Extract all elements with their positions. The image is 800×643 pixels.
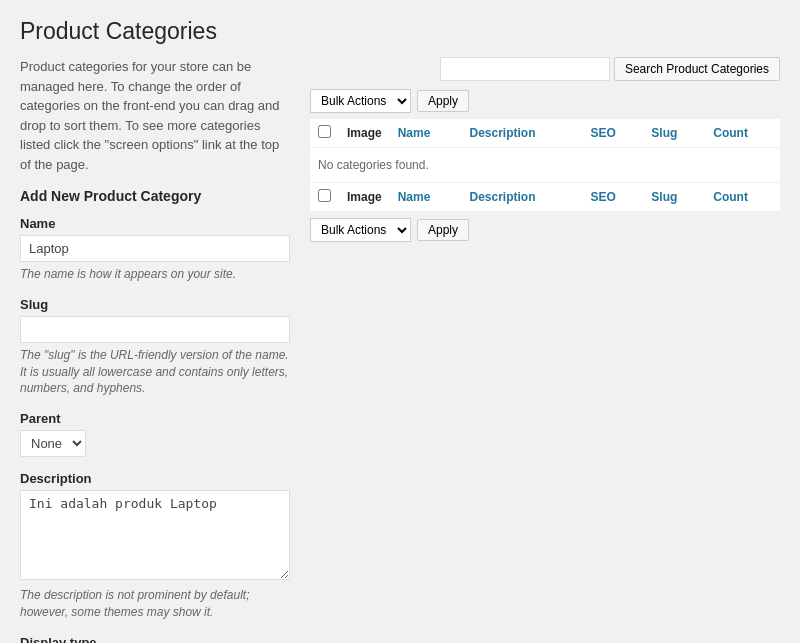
col-footer-count: Count [705, 183, 780, 212]
display-type-field-group: Display type Default Products Subcategor… [20, 635, 290, 643]
search-row: Search Product Categories [310, 57, 780, 81]
search-button[interactable]: Search Product Categories [614, 57, 780, 81]
name-label: Name [20, 216, 290, 231]
name-footer-sort-link[interactable]: Name [398, 190, 431, 204]
col-footer-image: Image [339, 183, 390, 212]
col-footer-description: Description [461, 183, 582, 212]
name-hint: The name is how it appears on your site. [20, 266, 290, 283]
col-footer-slug: Slug [643, 183, 705, 212]
search-input[interactable] [440, 57, 610, 81]
col-header-slug: Slug [643, 119, 705, 148]
add-category-panel: Product categories for your store can be… [20, 57, 290, 643]
slug-sort-link[interactable]: Slug [651, 126, 677, 140]
col-footer-check [310, 183, 339, 212]
top-bulk-actions-select[interactable]: Bulk Actions [310, 89, 411, 113]
parent-select[interactable]: None [20, 430, 86, 457]
col-header-check [310, 119, 339, 148]
add-category-heading: Add New Product Category [20, 188, 290, 204]
slug-footer-sort-link[interactable]: Slug [651, 190, 677, 204]
slug-hint: The "slug" is the URL-friendly version o… [20, 347, 290, 397]
categories-table: Image Name Description SEO Slug [310, 119, 780, 212]
no-results-row: No categories found. [310, 148, 780, 183]
name-sort-link[interactable]: Name [398, 126, 431, 140]
col-header-image: Image [339, 119, 390, 148]
intro-text: Product categories for your store can be… [20, 57, 290, 174]
top-bulk-bar: Bulk Actions Apply [310, 89, 780, 113]
col-footer-name: Name [390, 183, 462, 212]
bottom-bulk-bar: Bulk Actions Apply [310, 218, 780, 242]
col-header-count: Count [705, 119, 780, 148]
select-all-footer-checkbox[interactable] [318, 189, 331, 202]
count-footer-sort-link[interactable]: Count [713, 190, 748, 204]
no-results-text: No categories found. [310, 148, 780, 183]
select-all-checkbox[interactable] [318, 125, 331, 138]
bottom-apply-button[interactable]: Apply [417, 219, 469, 241]
parent-label: Parent [20, 411, 290, 426]
table-footer-row: Image Name Description SEO Slug [310, 183, 780, 212]
description-textarea[interactable]: <span class="red-underline">Ini adalah p… [20, 490, 290, 580]
bottom-bulk-actions-select[interactable]: Bulk Actions [310, 218, 411, 242]
col-footer-seo: SEO [582, 183, 643, 212]
parent-field-group: Parent None [20, 411, 290, 457]
col-header-seo: SEO [582, 119, 643, 148]
description-hint: The description is not prominent by defa… [20, 587, 290, 621]
seo-sort-link[interactable]: SEO [590, 126, 615, 140]
description-label: Description [20, 471, 290, 486]
name-field-group: Name The name is how it appears on your … [20, 216, 290, 283]
description-footer-sort-link[interactable]: Description [469, 190, 535, 204]
slug-input[interactable] [20, 316, 290, 343]
table-header-row: Image Name Description SEO Slug [310, 119, 780, 148]
slug-field-group: Slug The "slug" is the URL-friendly vers… [20, 297, 290, 397]
name-input[interactable] [20, 235, 290, 262]
categories-table-panel: Search Product Categories Bulk Actions A… [310, 57, 780, 248]
description-sort-link[interactable]: Description [469, 126, 535, 140]
description-field-group: Description <span class="red-underline">… [20, 471, 290, 621]
display-type-label: Display type [20, 635, 290, 643]
slug-label: Slug [20, 297, 290, 312]
seo-footer-sort-link[interactable]: SEO [590, 190, 615, 204]
col-header-name: Name [390, 119, 462, 148]
top-apply-button[interactable]: Apply [417, 90, 469, 112]
count-sort-link[interactable]: Count [713, 126, 748, 140]
col-header-description: Description [461, 119, 582, 148]
page-title: Product Categories [20, 18, 780, 45]
